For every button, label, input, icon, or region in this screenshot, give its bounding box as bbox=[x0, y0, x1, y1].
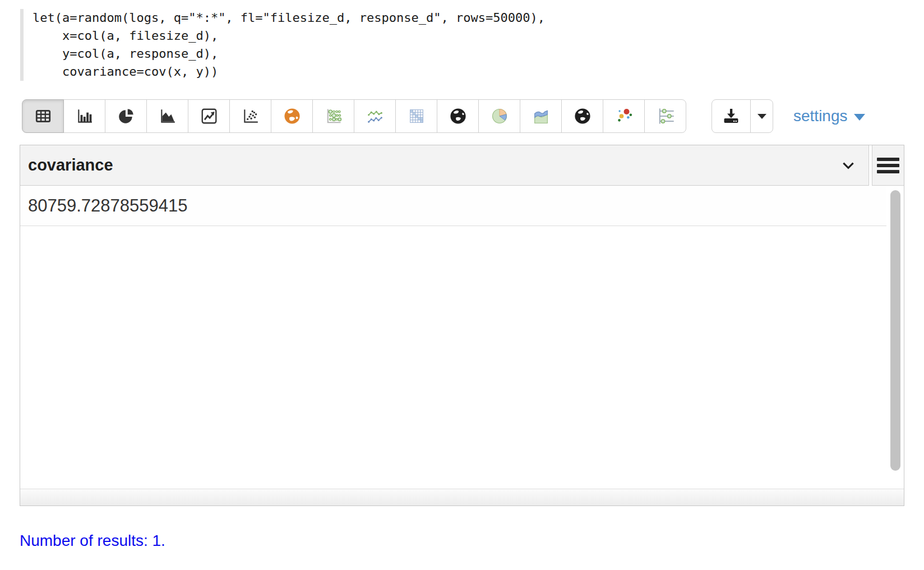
area-chart-icon bbox=[159, 107, 177, 125]
multi-line-chart-icon bbox=[366, 107, 385, 126]
chart-type-bubble-scatter-button[interactable] bbox=[603, 99, 645, 133]
chart-type-globe1-button[interactable] bbox=[437, 99, 479, 133]
globe-dark-icon bbox=[449, 107, 468, 126]
download-options-button[interactable] bbox=[750, 99, 773, 133]
code-line: let(a=random(logs, q="*:*", fl="filesize… bbox=[33, 9, 902, 27]
pie-colored-icon bbox=[490, 107, 509, 126]
scatter-plot-icon bbox=[242, 107, 260, 125]
chevron-down-icon bbox=[840, 158, 856, 173]
chart-type-area-colored-button[interactable] bbox=[520, 99, 562, 133]
table-icon bbox=[34, 107, 52, 125]
horizontal-scrollbar-track bbox=[20, 489, 904, 505]
settings-label: settings bbox=[793, 107, 848, 125]
bar-chart-icon bbox=[76, 107, 94, 125]
download-button[interactable] bbox=[712, 99, 751, 133]
table-menu-button[interactable] bbox=[872, 145, 904, 186]
globe-orange-icon bbox=[283, 107, 302, 126]
line-chart-icon bbox=[200, 107, 218, 125]
bubble-scatter-colored-icon bbox=[615, 107, 634, 126]
code-editor[interactable]: let(a=random(logs, q="*:*", fl="filesize… bbox=[20, 9, 902, 81]
chart-type-bubble-matrix-button[interactable] bbox=[312, 99, 354, 133]
chart-type-globe2-button[interactable] bbox=[561, 99, 603, 133]
chart-type-scatter-button[interactable] bbox=[229, 99, 271, 133]
table-header-row: covariance bbox=[20, 145, 904, 186]
chart-type-sliders-button[interactable] bbox=[644, 99, 686, 133]
settings-link[interactable]: settings bbox=[793, 107, 865, 125]
table-cell-covariance-value: 80759.72878559415 bbox=[28, 196, 187, 216]
globe-dark-icon bbox=[573, 107, 592, 126]
hamburger-menu-icon bbox=[877, 158, 899, 173]
stacked-area-colored-icon bbox=[532, 107, 551, 126]
column-header-covariance[interactable]: covariance bbox=[20, 145, 869, 186]
chart-type-group bbox=[22, 99, 686, 133]
chart-type-table-button[interactable] bbox=[22, 99, 64, 133]
parallel-sliders-icon bbox=[656, 107, 675, 126]
chart-type-pie-button[interactable] bbox=[105, 99, 147, 133]
vertical-scrollbar bbox=[886, 186, 904, 489]
visualization-toolbar: settings bbox=[22, 99, 913, 133]
vertical-scrollbar-thumb[interactable] bbox=[890, 190, 900, 471]
column-header-label: covariance bbox=[28, 156, 840, 174]
pie-chart-icon bbox=[117, 107, 135, 125]
table-rows: 80759.72878559415 bbox=[20, 186, 886, 489]
table-row: 80759.72878559415 bbox=[20, 186, 886, 226]
chart-type-heatmap-button[interactable] bbox=[395, 99, 437, 133]
chart-type-multiline-button[interactable] bbox=[354, 99, 396, 133]
caret-down-icon bbox=[854, 114, 865, 121]
chart-type-line-button[interactable] bbox=[188, 99, 230, 133]
chart-type-map-button[interactable] bbox=[271, 99, 313, 133]
results-count: Number of results: 1. bbox=[20, 532, 165, 550]
table-body: 80759.72878559415 bbox=[20, 186, 904, 489]
chart-type-area-button[interactable] bbox=[146, 99, 188, 133]
result-table: covariance 80759.72878559415 bbox=[20, 145, 904, 506]
download-icon bbox=[722, 107, 741, 126]
code-line: covariance=cov(x, y)) bbox=[33, 63, 902, 81]
code-line: y=col(a, response_d), bbox=[33, 45, 902, 63]
download-group bbox=[712, 99, 773, 133]
code-line: x=col(a, filesize_d), bbox=[33, 27, 902, 45]
zeppelin-paragraph: let(a=random(logs, q="*:*", fl="filesize… bbox=[0, 0, 924, 570]
bubble-matrix-icon bbox=[324, 107, 343, 126]
chart-type-bar-button[interactable] bbox=[63, 99, 105, 133]
heatmap-icon bbox=[407, 107, 426, 126]
caret-down-icon bbox=[757, 114, 766, 119]
chart-type-pie-colored-button[interactable] bbox=[478, 99, 520, 133]
